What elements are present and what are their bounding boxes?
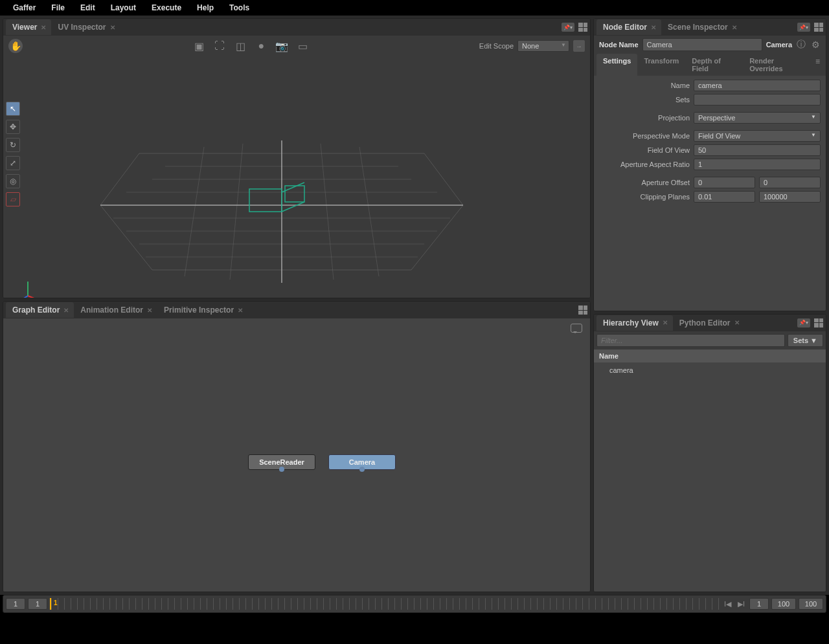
- tab-node-editor[interactable]: Node Editor ✕: [596, 19, 661, 35]
- hierarchy-item-camera[interactable]: camera: [596, 365, 823, 375]
- filter-input[interactable]: [596, 334, 785, 347]
- gear-icon[interactable]: ⚙: [810, 39, 821, 50]
- close-icon[interactable]: ✕: [41, 24, 46, 31]
- param-fov-input[interactable]: [694, 144, 821, 156]
- shaded-icon[interactable]: ●: [254, 39, 268, 53]
- graph-canvas[interactable]: SceneReader Camera: [3, 318, 590, 592]
- node-output-port[interactable]: [279, 467, 284, 472]
- pin-icon[interactable]: [797, 23, 810, 32]
- param-sets-label: Sets: [599, 96, 690, 104]
- close-icon[interactable]: ✕: [732, 24, 737, 31]
- timeline-track[interactable]: 1: [50, 598, 720, 610]
- menu-help[interactable]: Help: [189, 1, 221, 15]
- menu-execute[interactable]: Execute: [144, 1, 189, 15]
- sets-button[interactable]: Sets ▼: [788, 334, 823, 347]
- camera-tool[interactable]: ◎: [6, 174, 20, 188]
- wireframe-icon[interactable]: ◫: [233, 39, 247, 53]
- select-tool[interactable]: ↖: [6, 102, 20, 116]
- menu-gaffer[interactable]: Gaffer: [5, 1, 43, 15]
- pan-icon[interactable]: ✋: [8, 39, 23, 53]
- layout-grid-icon[interactable]: [814, 318, 823, 328]
- close-icon[interactable]: ✕: [147, 307, 152, 314]
- edit-scope-dropdown[interactable]: None: [517, 40, 569, 52]
- timeline-prev-key-icon[interactable]: I◀: [722, 600, 733, 608]
- hierarchy-toolbar: Sets ▼: [594, 331, 826, 350]
- viewport[interactable]: [23, 56, 590, 298]
- subtab-render-overrides[interactable]: Render Overrides: [743, 54, 812, 76]
- edit-scope-next-icon[interactable]: →: [573, 40, 585, 52]
- camera-icon[interactable]: 📷: [275, 39, 289, 53]
- tab-python-editor[interactable]: Python Editor ✕: [673, 315, 745, 331]
- timeline-endin-input[interactable]: [749, 598, 769, 610]
- subtab-settings[interactable]: Settings: [596, 54, 637, 76]
- subtab-menu-icon[interactable]: ≡: [812, 54, 823, 76]
- param-pmode-dropdown[interactable]: Field Of View: [694, 130, 821, 142]
- tab-graph-editor[interactable]: Graph Editor ✕: [6, 302, 74, 318]
- tab-viewer-label: Viewer: [12, 23, 37, 32]
- timeline-endrange-input[interactable]: [771, 598, 796, 610]
- svg-line-16: [230, 144, 243, 280]
- node-scenereader[interactable]: SceneReader: [248, 454, 315, 470]
- pin-icon[interactable]: [562, 23, 574, 32]
- crop-tool[interactable]: ▱: [6, 192, 20, 206]
- tab-label: Scene Inspector: [668, 23, 728, 32]
- rotate-tool[interactable]: ↻: [6, 138, 20, 152]
- param-projection-dropdown[interactable]: Perspective: [694, 112, 821, 124]
- tab-scene-inspector[interactable]: Scene Inspector ✕: [661, 19, 742, 35]
- node-output-port[interactable]: [359, 467, 365, 472]
- close-icon[interactable]: ✕: [651, 24, 656, 31]
- overscan-icon[interactable]: ▭: [295, 39, 310, 53]
- hierarchy-tabs: Hierarchy View ✕ Python Editor ✕: [594, 315, 826, 331]
- node-editor-tabs: Node Editor ✕ Scene Inspector ✕: [594, 19, 826, 36]
- param-clip-far-input[interactable]: [759, 191, 821, 203]
- menu-tools[interactable]: Tools: [221, 1, 257, 15]
- info-icon[interactable]: ⓘ: [796, 39, 806, 50]
- node-editor-panel: Node Editor ✕ Scene Inspector ✕ Node Nam…: [593, 18, 826, 311]
- subtab-depth-of-field[interactable]: Depth of Field: [685, 54, 743, 76]
- node-name-input[interactable]: [642, 38, 762, 51]
- pin-icon[interactable]: [797, 318, 810, 328]
- param-sets-input[interactable]: [694, 94, 821, 105]
- timeline-start-input[interactable]: [6, 598, 25, 610]
- param-clip-near-input[interactable]: [694, 191, 755, 203]
- layout-grid-icon[interactable]: [578, 305, 587, 315]
- annotation-icon[interactable]: [571, 324, 582, 333]
- close-icon[interactable]: ✕: [663, 319, 668, 326]
- node-camera[interactable]: Camera: [328, 454, 396, 470]
- tab-label: Node Editor: [603, 23, 647, 32]
- close-icon[interactable]: ✕: [238, 307, 243, 314]
- svg-rect-22: [285, 186, 304, 202]
- timeline-endmax-input[interactable]: [799, 598, 823, 610]
- expand-icon[interactable]: ⛶: [212, 39, 227, 53]
- close-icon[interactable]: ✕: [734, 319, 740, 326]
- timeline-next-key-icon[interactable]: ▶I: [736, 600, 747, 608]
- camera-gizmo: [249, 183, 304, 212]
- hierarchy-header-name[interactable]: Name: [594, 350, 826, 362]
- tab-primitive-inspector[interactable]: Primitive Inspector ✕: [157, 302, 248, 318]
- tab-hierarchy-view[interactable]: Hierarchy View ✕: [596, 315, 673, 331]
- hierarchy-tree[interactable]: camera: [594, 362, 826, 592]
- layout-grid-icon[interactable]: [578, 23, 587, 32]
- close-icon[interactable]: ✕: [110, 24, 115, 31]
- menu-layout[interactable]: Layout: [103, 1, 144, 15]
- tab-animation-editor[interactable]: Animation Editor ✕: [74, 302, 157, 318]
- translate-tool[interactable]: ✥: [6, 120, 20, 134]
- timeline-current-input[interactable]: [28, 598, 47, 610]
- close-icon[interactable]: ✕: [63, 307, 69, 314]
- tab-uv-inspector[interactable]: UV Inspector ✕: [51, 19, 120, 35]
- param-aoff-x-input[interactable]: [694, 177, 755, 188]
- param-aar-input[interactable]: [694, 159, 821, 170]
- param-name-input[interactable]: [694, 80, 821, 91]
- cube-icon[interactable]: ▣: [192, 39, 206, 53]
- param-aoff-y-input[interactable]: [759, 177, 821, 188]
- menu-file[interactable]: File: [43, 1, 73, 15]
- subtab-transform[interactable]: Transform: [637, 54, 685, 76]
- scale-tool[interactable]: ⤢: [6, 156, 20, 170]
- svg-line-26: [28, 296, 41, 298]
- tab-uv-label: UV Inspector: [58, 23, 106, 32]
- tab-viewer[interactable]: Viewer ✕: [6, 19, 51, 35]
- layout-grid-icon[interactable]: [814, 23, 823, 32]
- node-editor-subtabs: Settings Transform Depth of Field Render…: [594, 54, 826, 76]
- menu-edit[interactable]: Edit: [73, 1, 103, 15]
- viewer-toolbar: ✋ ▣ ⛶ ◫ ● 📷 ▭ Edit Scope None →: [3, 36, 590, 56]
